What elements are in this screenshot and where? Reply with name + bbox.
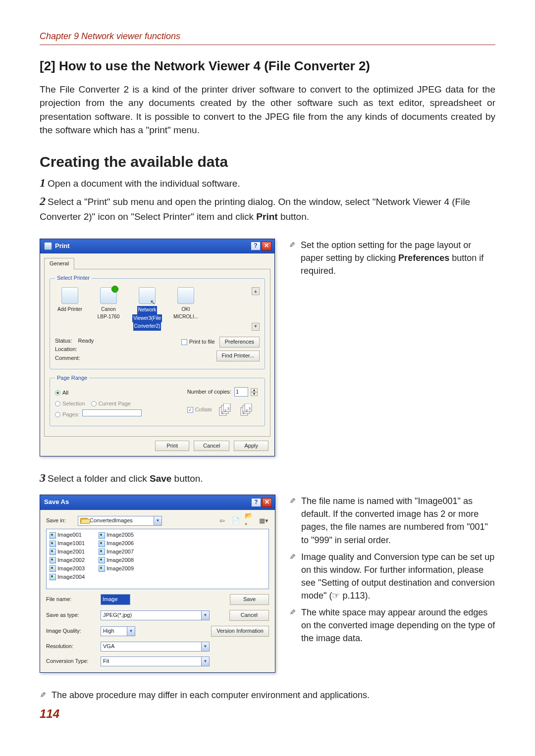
scroll-up-button[interactable]: ▲ <box>252 287 260 295</box>
new-folder-icon[interactable]: 📂* <box>244 516 255 526</box>
file-item[interactable]: Image2005 <box>99 531 134 539</box>
image-file-icon <box>99 557 105 563</box>
preferences-button[interactable]: Preferences <box>219 337 260 348</box>
print-to-file-checkbox[interactable] <box>181 339 187 345</box>
page-number: 114 <box>40 706 495 723</box>
convtype-value: Fit <box>103 657 201 665</box>
scroll-down-button[interactable]: ▼ <box>252 323 260 331</box>
file-item[interactable]: Image2007 <box>99 548 134 556</box>
file-item-label: Image1001 <box>57 540 85 548</box>
file-item[interactable]: Image2002 <box>50 556 85 564</box>
radio-current-page[interactable] <box>91 401 97 406</box>
tab-general[interactable]: General <box>44 258 74 269</box>
print-dialog-titlebar[interactable]: Print ? ✕ <box>40 239 274 254</box>
radio-current-page-label: Current Page <box>99 401 131 406</box>
step-3: 3Select a folder and click Save button. <box>40 469 495 487</box>
quality-combo[interactable]: High▼ <box>101 626 135 636</box>
back-icon[interactable]: ⇦ <box>216 516 227 526</box>
copies-input[interactable]: 1 <box>234 387 248 397</box>
up-folder-icon[interactable]: 📄 <box>230 516 241 526</box>
tip-filename: The file name is named with "Image001" a… <box>289 495 495 546</box>
printer-add[interactable]: Add Printer <box>55 287 85 313</box>
chapter-header: Chapter 9 Network viewer functions <box>40 30 495 45</box>
step-number: 2 <box>40 195 46 207</box>
file-item[interactable]: Image1001 <box>50 540 85 548</box>
save-button[interactable]: Save <box>230 594 269 605</box>
image-file-icon <box>50 549 56 555</box>
printer-canon[interactable]: Canon LBP-1760 <box>94 287 123 320</box>
step-number: 3 <box>40 471 46 484</box>
resolution-combo[interactable]: VGA▼ <box>101 642 210 652</box>
file-item[interactable]: Image2008 <box>99 556 134 564</box>
step-3-bold: Save <box>150 473 171 484</box>
printer-icon <box>44 242 52 250</box>
file-item-label: Image2009 <box>107 565 134 573</box>
quality-label: Image Quality: <box>46 627 101 635</box>
dropdown-arrow-icon[interactable]: ▼ <box>201 642 209 651</box>
help-button[interactable]: ? <box>251 498 261 507</box>
printer-icon <box>177 287 194 304</box>
print-button[interactable]: Print <box>155 441 189 452</box>
version-info-button[interactable]: Version Information <box>211 626 269 637</box>
file-item-label: Image2005 <box>107 531 134 539</box>
step-3-text-c: button. <box>171 473 203 484</box>
radio-selection[interactable] <box>55 401 60 406</box>
file-item-label: Image2001 <box>57 548 85 556</box>
printer-network-viewer[interactable]: ↖ Network Viewer3(File Converter2) <box>132 287 162 331</box>
filename-input[interactable]: Image <box>101 594 130 605</box>
dropdown-arrow-icon[interactable]: ▼ <box>201 657 209 666</box>
print-dialog-title: Print <box>55 242 70 251</box>
file-item-label: Image2003 <box>57 565 85 573</box>
file-item-label: Image2006 <box>107 540 134 548</box>
file-item[interactable]: Image2006 <box>99 540 134 548</box>
dropdown-arrow-icon[interactable]: ▼ <box>201 611 209 620</box>
svg-text:3: 3 <box>227 407 229 410</box>
dropdown-arrow-icon[interactable]: ▼ <box>127 627 135 636</box>
step-2: 2Select a "Print" sub menu and open the … <box>40 193 495 223</box>
saveas-dialog-titlebar[interactable]: Save As ? ✕ <box>40 495 275 510</box>
select-printer-legend: Select Printer <box>55 274 92 282</box>
file-item[interactable]: Image2003 <box>50 565 85 573</box>
view-menu-icon[interactable]: ▦▾ <box>258 516 269 526</box>
file-item[interactable]: Image001 <box>50 531 85 539</box>
print-dialog: Print ? ✕ General Select Printer Add Pri… <box>40 239 275 457</box>
cancel-button[interactable]: Cancel <box>229 610 269 621</box>
collate-icon: 123 123 <box>218 403 260 416</box>
find-printer-button[interactable]: Find Printer... <box>216 351 260 361</box>
close-button[interactable]: ✕ <box>262 242 271 251</box>
image-file-icon <box>99 565 105 572</box>
section-title: [2] How to use the Network Viewer 4 (Fil… <box>40 57 495 76</box>
radio-pages[interactable] <box>55 412 60 417</box>
savein-combo[interactable]: ConvertedImages ▼ <box>78 516 162 526</box>
apply-button[interactable]: Apply <box>234 441 268 452</box>
file-item[interactable]: Image2004 <box>50 573 85 581</box>
pages-input[interactable] <box>82 409 142 416</box>
step-2-text-a: Select a "Print" sub menu and open the p… <box>40 197 470 222</box>
image-file-icon <box>99 541 105 547</box>
convtype-label: Conversion Type: <box>46 657 101 665</box>
folder-open-icon <box>80 518 88 524</box>
page-range-group: Page Range All Selection Current Page Pa… <box>50 374 265 426</box>
savetype-label: Save as type: <box>46 611 101 619</box>
step-2-text-c: button. <box>278 211 309 222</box>
svg-text:2: 2 <box>224 409 226 412</box>
collate-checkbox[interactable] <box>187 407 193 413</box>
dropdown-arrow-icon[interactable]: ▼ <box>154 516 161 525</box>
comment-label: Comment: <box>55 354 181 363</box>
convtype-combo[interactable]: Fit▼ <box>101 656 210 666</box>
tip-whitespace: The white space may appear around the ed… <box>289 606 495 645</box>
copies-spinner[interactable]: ▲▼ <box>251 388 258 396</box>
select-printer-group: Select Printer Add Printer Canon LBP-176… <box>50 274 265 369</box>
printer-oki[interactable]: OKI MICROLI... <box>171 287 201 320</box>
file-item-label: Image2002 <box>57 556 85 564</box>
savetype-combo[interactable]: JPEG(*.jpg)▼ <box>101 610 210 620</box>
help-button[interactable]: ? <box>251 242 261 251</box>
file-item[interactable]: Image2009 <box>99 565 134 573</box>
file-item[interactable]: Image2001 <box>50 548 85 556</box>
file-list[interactable]: Image001Image1001Image2001Image2002Image… <box>46 529 269 589</box>
close-button[interactable]: ✕ <box>262 498 272 507</box>
radio-all[interactable] <box>55 390 60 396</box>
cancel-button[interactable]: Cancel <box>194 441 229 452</box>
printer-icon <box>100 287 117 304</box>
printer-list[interactable]: Add Printer Canon LBP-1760 ↖ Network <box>55 287 260 331</box>
